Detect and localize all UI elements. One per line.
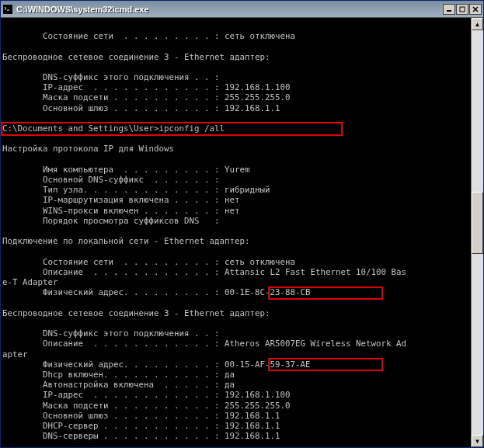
- window-frame: C:\WINDOWS\system32\cmd.exe Состояние се…: [0, 0, 484, 448]
- window-title: C:\WINDOWS\system32\cmd.exe: [16, 5, 443, 14]
- console-output[interactable]: Состояние сети . . . . . . . . . : сеть …: [1, 18, 471, 447]
- highlight-mac-1: [268, 287, 383, 300]
- maximize-button[interactable]: [456, 4, 468, 15]
- console-area: Состояние сети . . . . . . . . . : сеть …: [1, 18, 483, 447]
- titlebar-buttons: [443, 4, 482, 15]
- close-button[interactable]: [469, 4, 482, 15]
- highlight-command: [1, 122, 343, 136]
- scroll-track[interactable]: [472, 30, 483, 435]
- titlebar[interactable]: C:\WINDOWS\system32\cmd.exe: [1, 1, 483, 18]
- svg-rect-4: [460, 7, 465, 12]
- scroll-thumb[interactable]: [472, 192, 483, 254]
- vertical-scrollbar[interactable]: ▲ ▼: [471, 18, 483, 447]
- scroll-down-button[interactable]: ▼: [472, 435, 483, 447]
- scroll-up-button[interactable]: ▲: [472, 18, 483, 30]
- cmd-icon: [2, 4, 13, 15]
- minimize-button[interactable]: [443, 4, 455, 15]
- highlight-mac-2: [268, 358, 383, 371]
